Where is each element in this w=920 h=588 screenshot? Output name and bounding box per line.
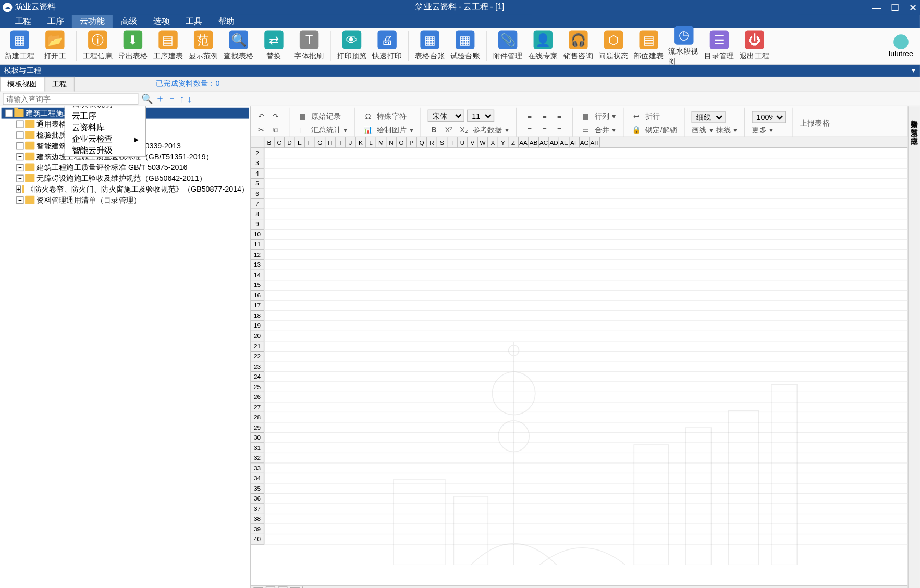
row-header-7[interactable]: 7 bbox=[251, 199, 264, 209]
cloud-menu-dropdown[interactable]: 筑业云云模板库云范例云填表说明云工序云资料库企业云检查▸智能云升级 bbox=[65, 106, 146, 157]
wrap-button[interactable]: 折行 bbox=[645, 111, 660, 121]
col-O[interactable]: O bbox=[397, 137, 407, 148]
row-header-23[interactable]: 23 bbox=[251, 362, 264, 372]
col-Z[interactable]: Z bbox=[508, 137, 519, 148]
ribbon-退出工程[interactable]: ⏻退出工程 bbox=[738, 29, 771, 62]
ribbon-打印预览[interactable]: 👁打印预览 bbox=[335, 29, 369, 62]
lock-button[interactable]: 锁定/解锁 bbox=[645, 124, 677, 135]
sup-icon[interactable]: X² bbox=[443, 123, 455, 135]
row-header-11[interactable]: 11 bbox=[251, 240, 264, 250]
spreadsheet[interactable]: BCDEFGHIJKLMNOPQRSTUVWXYZAAABACADAEAFAGA… bbox=[251, 137, 907, 585]
col-G[interactable]: G bbox=[315, 137, 326, 148]
upload-button[interactable]: 上报表格 bbox=[800, 118, 830, 128]
row-header-19[interactable]: 19 bbox=[251, 321, 264, 331]
ribbon-部位建表[interactable]: ▤部位建表 bbox=[632, 29, 666, 62]
row-header-40[interactable]: 40 bbox=[251, 534, 264, 545]
col-L[interactable]: L bbox=[366, 137, 376, 148]
dropdown-item-6[interactable]: 企业云检查▸ bbox=[65, 133, 145, 145]
ribbon-工程信息[interactable]: ⓘ工程信息 bbox=[81, 29, 115, 62]
search-icon[interactable]: 🔍 bbox=[141, 93, 153, 104]
vtab-0[interactable]: 表格数据 bbox=[908, 110, 920, 119]
row-header-38[interactable]: 38 bbox=[251, 514, 264, 524]
tree-node-6[interactable]: +无障碍设施施工验收及维护规范（GB50642-2011） bbox=[2, 173, 249, 184]
col-AD[interactable]: AD bbox=[549, 137, 559, 148]
menu-3[interactable]: 高级 bbox=[113, 14, 145, 28]
ribbon-工序建表[interactable]: ▤工序建表 bbox=[151, 29, 185, 62]
ribbon-显示范例[interactable]: 范显示范例 bbox=[187, 29, 220, 62]
row-header-39[interactable]: 39 bbox=[251, 524, 264, 535]
menu-6[interactable]: 帮助 bbox=[210, 14, 242, 28]
row-header-33[interactable]: 33 bbox=[251, 464, 264, 474]
erase-line-button[interactable]: 抹线 bbox=[716, 124, 731, 135]
row-header-13[interactable]: 13 bbox=[251, 260, 264, 270]
add-icon[interactable]: ＋ bbox=[155, 93, 165, 105]
undo-icon[interactable]: ↶ bbox=[255, 110, 267, 122]
row-header-5[interactable]: 5 bbox=[251, 179, 264, 189]
row-header-10[interactable]: 10 bbox=[251, 230, 264, 240]
col-AH[interactable]: AH bbox=[590, 137, 600, 148]
col-Y[interactable]: Y bbox=[498, 137, 509, 148]
ribbon-在线专家[interactable]: 👤在线专家 bbox=[526, 29, 560, 62]
col-J[interactable]: J bbox=[346, 137, 356, 148]
ribbon-流水段视图[interactable]: ◷流水段视图 bbox=[667, 24, 701, 67]
minimize-button[interactable]: — bbox=[872, 2, 881, 12]
col-V[interactable]: V bbox=[468, 137, 478, 148]
merge-button[interactable]: 合并 bbox=[595, 124, 610, 135]
col-N[interactable]: N bbox=[386, 137, 397, 148]
col-M[interactable]: M bbox=[376, 137, 387, 148]
dropdown-item-3[interactable]: 云填表说明 bbox=[65, 106, 145, 110]
ribbon-销售咨询[interactable]: 🎧销售咨询 bbox=[561, 29, 595, 62]
tab-template-view[interactable]: 模板视图 bbox=[0, 76, 45, 91]
row-header-37[interactable]: 37 bbox=[251, 504, 264, 515]
col-[interactable] bbox=[251, 137, 264, 148]
col-P[interactable]: P bbox=[407, 137, 417, 148]
font-select[interactable]: 宋体 bbox=[428, 110, 464, 122]
row-header-18[interactable]: 18 bbox=[251, 311, 264, 321]
row-header-21[interactable]: 21 bbox=[251, 342, 264, 352]
col-T[interactable]: T bbox=[447, 137, 458, 148]
col-D[interactable]: D bbox=[285, 137, 295, 148]
row-header-15[interactable]: 15 bbox=[251, 280, 264, 291]
special-char-button[interactable]: 特殊字符 bbox=[377, 111, 407, 121]
row-header-26[interactable]: 26 bbox=[251, 392, 264, 403]
col-AG[interactable]: AG bbox=[580, 137, 590, 148]
row-header-8[interactable]: 8 bbox=[251, 209, 264, 220]
draw-line-button[interactable]: 画线 bbox=[692, 124, 707, 135]
ref-data-button[interactable]: 参考数据 bbox=[473, 124, 502, 135]
row-header-35[interactable]: 35 bbox=[251, 484, 264, 494]
menu-0[interactable]: 工程 bbox=[7, 14, 39, 28]
col-AA[interactable]: AA bbox=[519, 137, 529, 148]
copy-icon[interactable]: ⧉ bbox=[270, 123, 282, 135]
user-badge[interactable]: lulutree bbox=[889, 34, 913, 57]
rows-cols-button[interactable]: 行列 bbox=[595, 111, 610, 121]
ribbon-查找表格[interactable]: 🔍查找表格 bbox=[222, 29, 255, 62]
row-header-24[interactable]: 24 bbox=[251, 372, 264, 382]
redo-icon[interactable]: ↷ bbox=[270, 110, 282, 122]
col-C[interactable]: C bbox=[275, 137, 285, 148]
row-header-32[interactable]: 32 bbox=[251, 453, 264, 464]
col-AF[interactable]: AF bbox=[570, 137, 580, 148]
col-E[interactable]: E bbox=[295, 137, 305, 148]
col-W[interactable]: W bbox=[478, 137, 488, 148]
col-Q[interactable]: Q bbox=[417, 137, 427, 148]
tab-project[interactable]: 工程 bbox=[45, 76, 75, 91]
row-header-25[interactable]: 25 bbox=[251, 382, 264, 393]
ribbon-表格台账[interactable]: ▦表格台账 bbox=[413, 29, 447, 62]
align-left-icon[interactable]: ≡ bbox=[523, 110, 535, 122]
vtab-1[interactable]: 范例数据 bbox=[908, 119, 920, 127]
col-K[interactable]: K bbox=[356, 137, 366, 148]
bold-icon[interactable]: B bbox=[428, 123, 440, 135]
expand-icon[interactable]: + bbox=[16, 185, 21, 193]
sheet-rows[interactable]: 2345678910111213141516171819202122232425… bbox=[251, 148, 907, 545]
remove-icon[interactable]: － bbox=[167, 93, 177, 105]
font-size-select[interactable]: 11 bbox=[467, 110, 494, 122]
col-AB[interactable]: AB bbox=[529, 137, 539, 148]
dropdown-item-7[interactable]: 智能云升级 bbox=[65, 145, 145, 156]
ribbon-导出表格[interactable]: ⬇导出表格 bbox=[116, 29, 150, 62]
row-header-28[interactable]: 28 bbox=[251, 412, 264, 423]
row-header-34[interactable]: 34 bbox=[251, 473, 264, 484]
col-AC[interactable]: AC bbox=[539, 137, 549, 148]
line-style-select[interactable]: 细线 bbox=[692, 111, 726, 123]
expand-icon[interactable]: + bbox=[16, 131, 23, 139]
col-I[interactable]: I bbox=[336, 137, 346, 148]
